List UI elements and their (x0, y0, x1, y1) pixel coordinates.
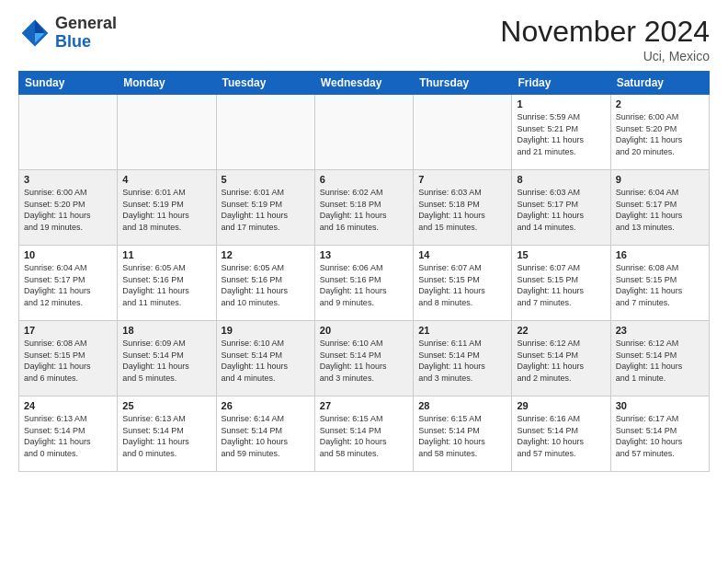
day-number: 18 (122, 325, 210, 336)
day-number: 2 (616, 98, 704, 109)
calendar-day-2-1: 11Sunrise: 6:05 AM Sunset: 5:16 PM Dayli… (118, 246, 216, 321)
weekday-header-saturday: Saturday (610, 72, 709, 95)
day-number: 5 (222, 174, 310, 185)
day-number: 12 (222, 249, 310, 260)
calendar-day-1-0: 3Sunrise: 6:00 AM Sunset: 5:20 PM Daylig… (19, 170, 118, 246)
day-number: 1 (517, 98, 605, 109)
calendar-day-3-3: 20Sunrise: 6:10 AM Sunset: 5:14 PM Dayli… (314, 321, 413, 396)
day-info: Sunrise: 6:00 AM Sunset: 5:20 PM Dayligh… (24, 187, 112, 233)
day-info: Sunrise: 6:00 AM Sunset: 5:20 PM Dayligh… (616, 111, 704, 157)
calendar-day-3-1: 18Sunrise: 6:09 AM Sunset: 5:14 PM Dayli… (118, 321, 216, 396)
day-info: Sunrise: 6:06 AM Sunset: 5:16 PM Dayligh… (320, 262, 408, 308)
day-number: 15 (517, 249, 605, 260)
calendar-day-1-2: 5Sunrise: 6:01 AM Sunset: 5:19 PM Daylig… (216, 170, 314, 246)
day-info: Sunrise: 6:08 AM Sunset: 5:15 PM Dayligh… (24, 338, 112, 384)
day-info: Sunrise: 6:16 AM Sunset: 5:14 PM Dayligh… (517, 413, 605, 459)
day-info: Sunrise: 6:17 AM Sunset: 5:14 PM Dayligh… (616, 413, 704, 459)
day-info: Sunrise: 6:11 AM Sunset: 5:14 PM Dayligh… (418, 338, 506, 384)
calendar-day-1-1: 4Sunrise: 6:01 AM Sunset: 5:19 PM Daylig… (118, 170, 216, 246)
calendar-week-0: 1Sunrise: 5:59 AM Sunset: 5:21 PM Daylig… (19, 95, 710, 170)
day-info: Sunrise: 6:12 AM Sunset: 5:14 PM Dayligh… (616, 338, 704, 384)
day-info: Sunrise: 6:07 AM Sunset: 5:15 PM Dayligh… (517, 262, 605, 308)
day-number: 3 (24, 174, 112, 185)
day-number: 24 (24, 400, 112, 411)
day-number: 14 (418, 249, 506, 260)
logo: General Blue (18, 15, 117, 52)
calendar-day-2-5: 15Sunrise: 6:07 AM Sunset: 5:15 PM Dayli… (512, 246, 610, 321)
calendar-header: SundayMondayTuesdayWednesdayThursdayFrid… (19, 72, 710, 95)
calendar-day-4-5: 29Sunrise: 6:16 AM Sunset: 5:14 PM Dayli… (512, 396, 610, 472)
calendar-week-3: 17Sunrise: 6:08 AM Sunset: 5:15 PM Dayli… (19, 321, 710, 396)
title-block: November 2024 Uci, Mexico (500, 15, 710, 63)
day-info: Sunrise: 6:13 AM Sunset: 5:14 PM Dayligh… (24, 413, 112, 459)
day-info: Sunrise: 6:03 AM Sunset: 5:18 PM Dayligh… (418, 187, 506, 233)
calendar-day-4-4: 28Sunrise: 6:15 AM Sunset: 5:14 PM Dayli… (414, 396, 512, 472)
weekday-header-sunday: Sunday (19, 72, 118, 95)
day-info: Sunrise: 6:10 AM Sunset: 5:14 PM Dayligh… (320, 338, 408, 384)
weekday-header-monday: Monday (118, 72, 216, 95)
day-info: Sunrise: 6:09 AM Sunset: 5:14 PM Dayligh… (122, 338, 210, 384)
day-info: Sunrise: 6:01 AM Sunset: 5:19 PM Dayligh… (122, 187, 210, 233)
calendar-day-4-1: 25Sunrise: 6:13 AM Sunset: 5:14 PM Dayli… (118, 396, 216, 472)
day-number: 16 (616, 249, 704, 260)
day-info: Sunrise: 6:13 AM Sunset: 5:14 PM Dayligh… (122, 413, 210, 459)
calendar-day-1-6: 9Sunrise: 6:04 AM Sunset: 5:17 PM Daylig… (610, 170, 709, 246)
day-number: 7 (418, 174, 506, 185)
day-number: 20 (320, 325, 408, 336)
calendar-day-3-4: 21Sunrise: 6:11 AM Sunset: 5:14 PM Dayli… (414, 321, 512, 396)
day-number: 22 (517, 325, 605, 336)
weekday-header-thursday: Thursday (414, 72, 512, 95)
calendar-day-0-5: 1Sunrise: 5:59 AM Sunset: 5:21 PM Daylig… (512, 95, 610, 170)
calendar-week-2: 10Sunrise: 6:04 AM Sunset: 5:17 PM Dayli… (19, 246, 710, 321)
calendar-day-0-6: 2Sunrise: 6:00 AM Sunset: 5:20 PM Daylig… (610, 95, 709, 170)
weekday-header-friday: Friday (512, 72, 610, 95)
calendar-day-2-4: 14Sunrise: 6:07 AM Sunset: 5:15 PM Dayli… (414, 246, 512, 321)
day-info: Sunrise: 6:03 AM Sunset: 5:17 PM Dayligh… (517, 187, 605, 233)
calendar-week-4: 24Sunrise: 6:13 AM Sunset: 5:14 PM Dayli… (19, 396, 710, 472)
day-info: Sunrise: 6:10 AM Sunset: 5:14 PM Dayligh… (222, 338, 310, 384)
logo-general: General (55, 14, 117, 32)
calendar-day-1-4: 7Sunrise: 6:03 AM Sunset: 5:18 PM Daylig… (414, 170, 512, 246)
day-info: Sunrise: 6:12 AM Sunset: 5:14 PM Dayligh… (517, 338, 605, 384)
day-info: Sunrise: 6:15 AM Sunset: 5:14 PM Dayligh… (418, 413, 506, 459)
logo-blue: Blue (55, 32, 91, 51)
calendar-day-4-3: 27Sunrise: 6:15 AM Sunset: 5:14 PM Dayli… (314, 396, 413, 472)
day-number: 21 (418, 325, 506, 336)
day-number: 23 (616, 325, 704, 336)
calendar-day-1-5: 8Sunrise: 6:03 AM Sunset: 5:17 PM Daylig… (512, 170, 610, 246)
day-number: 27 (320, 400, 408, 411)
month-title: November 2024 (500, 15, 710, 49)
day-number: 30 (616, 400, 704, 411)
day-number: 19 (222, 325, 310, 336)
day-info: Sunrise: 5:59 AM Sunset: 5:21 PM Dayligh… (517, 111, 605, 157)
day-number: 4 (122, 174, 210, 185)
day-info: Sunrise: 6:07 AM Sunset: 5:15 PM Dayligh… (418, 262, 506, 308)
calendar-day-3-0: 17Sunrise: 6:08 AM Sunset: 5:15 PM Dayli… (19, 321, 118, 396)
calendar-day-2-6: 16Sunrise: 6:08 AM Sunset: 5:15 PM Dayli… (610, 246, 709, 321)
calendar-day-2-0: 10Sunrise: 6:04 AM Sunset: 5:17 PM Dayli… (19, 246, 118, 321)
logo-text: General Blue (55, 15, 117, 52)
day-info: Sunrise: 6:04 AM Sunset: 5:17 PM Dayligh… (24, 262, 112, 308)
weekday-header-tuesday: Tuesday (216, 72, 314, 95)
day-number: 26 (222, 400, 310, 411)
day-number: 28 (418, 400, 506, 411)
calendar-day-0-3 (314, 95, 413, 170)
calendar-day-4-0: 24Sunrise: 6:13 AM Sunset: 5:14 PM Dayli… (19, 396, 118, 472)
calendar-day-2-3: 13Sunrise: 6:06 AM Sunset: 5:16 PM Dayli… (314, 246, 413, 321)
day-number: 6 (320, 174, 408, 185)
location: Uci, Mexico (500, 49, 710, 63)
calendar-day-3-2: 19Sunrise: 6:10 AM Sunset: 5:14 PM Dayli… (216, 321, 314, 396)
day-number: 8 (517, 174, 605, 185)
day-info: Sunrise: 6:05 AM Sunset: 5:16 PM Dayligh… (122, 262, 210, 308)
day-number: 29 (517, 400, 605, 411)
calendar-day-1-3: 6Sunrise: 6:02 AM Sunset: 5:18 PM Daylig… (314, 170, 413, 246)
calendar-day-0-2 (216, 95, 314, 170)
day-info: Sunrise: 6:01 AM Sunset: 5:19 PM Dayligh… (222, 187, 310, 233)
calendar-day-2-2: 12Sunrise: 6:05 AM Sunset: 5:16 PM Dayli… (216, 246, 314, 321)
day-info: Sunrise: 6:04 AM Sunset: 5:17 PM Dayligh… (616, 187, 704, 233)
day-info: Sunrise: 6:05 AM Sunset: 5:16 PM Dayligh… (222, 262, 310, 308)
day-info: Sunrise: 6:14 AM Sunset: 5:14 PM Dayligh… (222, 413, 310, 459)
day-number: 25 (122, 400, 210, 411)
day-info: Sunrise: 6:08 AM Sunset: 5:15 PM Dayligh… (616, 262, 704, 308)
calendar-day-0-0 (19, 95, 118, 170)
